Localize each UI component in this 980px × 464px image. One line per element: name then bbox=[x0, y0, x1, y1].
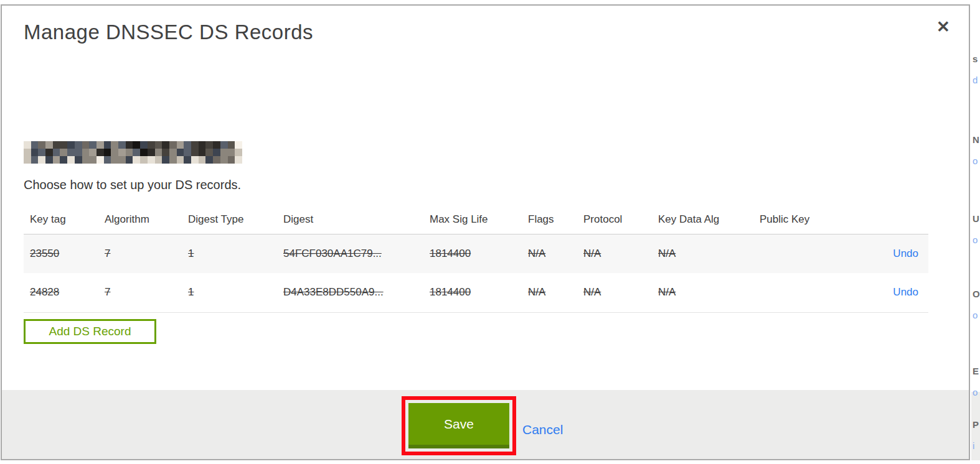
redaction-pixel bbox=[45, 156, 53, 164]
redaction-pixel bbox=[75, 149, 82, 156]
redaction-pixel bbox=[155, 149, 163, 156]
redaction-pixel bbox=[38, 156, 45, 164]
redaction-pixel bbox=[140, 141, 148, 149]
redaction-pixel bbox=[75, 156, 82, 164]
annotation-highlight-box: Save bbox=[402, 396, 516, 455]
redaction-pixel bbox=[140, 156, 148, 164]
redaction-pixel bbox=[45, 149, 53, 156]
column-header: Key tag bbox=[24, 205, 98, 234]
background-text-fragment: s bbox=[973, 53, 978, 64]
redaction-pixel bbox=[235, 156, 242, 164]
cell-flags: N/A bbox=[522, 234, 577, 273]
background-text-fragment: o bbox=[973, 310, 978, 320]
cell-algorithm: 7 bbox=[98, 234, 182, 273]
background-page-strip: sdNoUoOoEoPi bbox=[971, 0, 980, 464]
redaction-pixel bbox=[235, 149, 242, 156]
redaction-pixel bbox=[133, 149, 140, 156]
redaction-pixel bbox=[191, 141, 199, 149]
redaction-pixel bbox=[24, 149, 31, 156]
redaction-pixel bbox=[67, 149, 75, 156]
cell-action: Undo bbox=[866, 273, 928, 312]
cell-public-key bbox=[753, 273, 866, 312]
redaction-pixel bbox=[213, 141, 220, 149]
add-ds-record-button[interactable]: Add DS Record bbox=[24, 319, 156, 344]
redaction-pixel bbox=[104, 149, 111, 156]
redaction-pixel bbox=[140, 149, 148, 156]
redaction-pixel bbox=[199, 156, 206, 164]
background-text-fragment: o bbox=[973, 387, 978, 397]
redaction-pixel bbox=[67, 156, 75, 164]
redaction-pixel bbox=[111, 141, 118, 149]
redaction-pixel bbox=[104, 141, 111, 149]
redaction-pixel bbox=[75, 141, 82, 149]
column-header: Max Sig Life bbox=[423, 205, 522, 234]
save-button[interactable]: Save bbox=[408, 403, 509, 448]
redaction-pixel bbox=[60, 156, 67, 164]
redaction-pixel bbox=[60, 141, 67, 149]
redaction-pixel bbox=[126, 141, 133, 149]
redaction-pixel bbox=[31, 149, 39, 156]
cell-flags: N/A bbox=[522, 273, 577, 312]
redaction-pixel bbox=[177, 156, 184, 164]
redaction-pixel bbox=[155, 156, 163, 164]
redaction-pixel bbox=[89, 149, 97, 156]
redaction-pixel bbox=[118, 156, 126, 164]
redaction-pixel bbox=[118, 141, 126, 149]
table-body: 235507154FCF030AA1C79...1814400N/AN/AN/A… bbox=[24, 234, 928, 312]
undo-link[interactable]: Undo bbox=[893, 248, 918, 259]
redaction-pixel bbox=[38, 141, 45, 149]
background-text-fragment: O bbox=[973, 289, 980, 299]
redaction-pixel bbox=[97, 149, 104, 156]
redaction-pixel bbox=[60, 149, 67, 156]
redaction-pixel bbox=[213, 149, 220, 156]
redaction-pixel bbox=[126, 149, 133, 156]
redaction-pixel bbox=[162, 149, 169, 156]
redaction-pixel bbox=[31, 156, 39, 164]
redaction-pixel bbox=[89, 156, 97, 164]
redaction-pixel bbox=[228, 156, 235, 164]
redaction-pixel bbox=[184, 149, 191, 156]
column-header: Key Data Alg bbox=[652, 205, 753, 234]
table-row: 235507154FCF030AA1C79...1814400N/AN/AN/A… bbox=[24, 234, 928, 273]
redaction-pixel bbox=[82, 149, 90, 156]
redaction-pixel bbox=[205, 141, 213, 149]
redaction-pixel bbox=[133, 156, 140, 164]
redaction-pixel bbox=[97, 156, 104, 164]
column-header-action bbox=[866, 205, 928, 234]
dialog-title: Manage DNSSEC DS Records bbox=[24, 21, 313, 44]
redaction-pixel bbox=[148, 141, 155, 149]
cell-key-tag: 24828 bbox=[24, 273, 98, 312]
redaction-pixel bbox=[82, 141, 90, 149]
redaction-pixel bbox=[45, 141, 53, 149]
cancel-link[interactable]: Cancel bbox=[522, 422, 563, 437]
redaction-pixel bbox=[205, 156, 213, 164]
redaction-pixel bbox=[220, 149, 228, 156]
undo-link[interactable]: Undo bbox=[893, 286, 918, 298]
cell-action: Undo bbox=[866, 234, 928, 273]
column-header: Algorithm bbox=[98, 205, 182, 234]
background-text-fragment: E bbox=[973, 366, 979, 376]
close-icon[interactable]: ✕ bbox=[932, 16, 954, 38]
redaction-pixel bbox=[148, 156, 155, 164]
redaction-pixel bbox=[111, 156, 118, 164]
redaction-pixel bbox=[177, 149, 184, 156]
background-text-fragment: P bbox=[973, 419, 979, 430]
redaction-pixel bbox=[53, 141, 60, 149]
background-text-fragment: o bbox=[973, 234, 978, 245]
column-header: Protocol bbox=[577, 205, 652, 234]
redaction-pixel bbox=[213, 156, 220, 164]
redaction-pixel bbox=[191, 156, 199, 164]
background-text-fragment: o bbox=[973, 155, 978, 166]
redaction-pixel bbox=[82, 156, 90, 164]
manage-dnssec-dialog: Manage DNSSEC DS Records ✕ Choose how to… bbox=[1, 4, 970, 460]
redaction-pixel bbox=[177, 141, 184, 149]
redaction-pixel bbox=[111, 149, 118, 156]
redaction-pixel bbox=[126, 156, 133, 164]
redaction-pixel bbox=[118, 149, 126, 156]
table-row: 2482871D4A33E8DD550A9...1814400N/AN/AN/A… bbox=[24, 273, 928, 312]
column-header: Public Key bbox=[753, 205, 866, 234]
cell-key-data-alg: N/A bbox=[652, 273, 753, 312]
instruction-text: Choose how to set up your DS records. bbox=[24, 178, 241, 192]
redaction-pixel bbox=[53, 156, 60, 164]
redaction-pixel bbox=[155, 141, 163, 149]
